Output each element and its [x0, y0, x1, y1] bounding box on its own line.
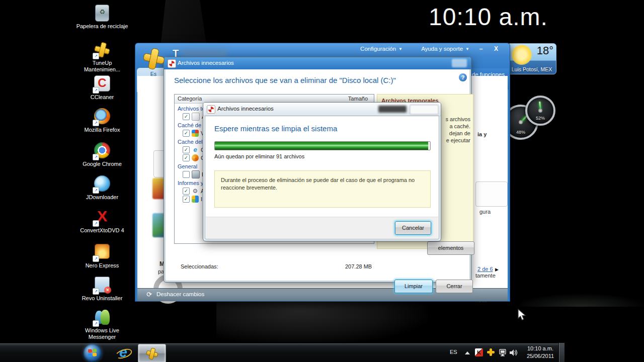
shortcut-arrow-icon: ↗ — [93, 87, 99, 94]
undo-changes-label: Deshacer cambios — [156, 291, 204, 297]
show-elements-button[interactable]: elementos — [427, 241, 474, 255]
checkbox-checked[interactable]: ✓ — [183, 130, 190, 137]
tuneup-logo-icon — [140, 45, 167, 71]
tray-time: 10:10 a.m. — [527, 345, 553, 351]
minimize-button[interactable]: – — [474, 45, 488, 53]
desktop-icon-label: ConvertXtoDVD 4 — [75, 227, 129, 234]
dialog-title: Archivos innecesarios — [178, 60, 234, 66]
tuneup-icon — [144, 346, 159, 360]
desktop-icon-messenger[interactable]: ↗ Windows Live Messenger — [75, 309, 129, 340]
report-icon — [192, 196, 199, 203]
progress-status-text: Aún quedan por eliminar 91 archivos — [214, 153, 304, 159]
menu-configuracion[interactable]: Configuración▼ — [360, 46, 403, 52]
next-page-icon[interactable]: ▶ — [495, 267, 499, 272]
desktop-icon-nero[interactable]: ↗ Nero Express — [75, 242, 129, 269]
sun-icon — [512, 45, 532, 65]
desktop-icon-jdownloader[interactable]: ↗ JDownloader — [75, 175, 129, 201]
undo-icon: ⟳ — [146, 291, 152, 298]
desktop-icon-chrome[interactable]: ↗ Google Chrome — [75, 142, 129, 167]
checkbox-checked[interactable]: ✓ — [183, 113, 190, 120]
show-hidden-icons[interactable] — [465, 351, 470, 354]
close-button[interactable]: X — [490, 45, 503, 53]
wallpaper-trees — [518, 294, 644, 307]
shortcut-arrow-icon: ↗ — [93, 154, 99, 160]
desktop: Papelera de reciclaje ↗ TuneUp Mantenimi… — [0, 0, 644, 362]
warning-box: Durante el proceso de eliminación se pue… — [214, 170, 431, 208]
tuneup-tray-icon[interactable] — [487, 348, 495, 356]
checkbox-checked[interactable]: ✓ — [183, 196, 190, 203]
desktop-icon-papelera[interactable]: Papelera de reciclaje — [75, 4, 129, 30]
windows-icon — [192, 130, 199, 137]
ram-gauge: 52% — [525, 96, 555, 126]
desktop-icon-tuneup[interactable]: ↗ TuneUp Mantenimien... — [75, 41, 129, 73]
right-panel-fragment — [475, 182, 508, 207]
column-categoria[interactable]: Categoría — [178, 96, 202, 102]
taskbar-internet-explorer[interactable]: e — [115, 345, 132, 361]
network-tray-icon[interactable] — [498, 349, 507, 357]
checkbox-checked[interactable]: ✓ — [183, 188, 190, 195]
recycle-bin-icon — [95, 5, 109, 22]
censored-label — [378, 106, 407, 113]
desktop-icon-convertxtodvd[interactable]: X ↗ ConvertXtoDVD 4 — [75, 208, 129, 234]
weather-temp: 18° — [537, 44, 553, 57]
panel-text-fragment: s archivos — [445, 116, 470, 123]
desktop-icon-revo[interactable]: ↗ Revo Uninstaller — [75, 276, 129, 302]
checkbox-checked[interactable]: ✓ — [183, 146, 190, 153]
pagination-link[interactable]: 2 de 6 ▶ — [477, 264, 499, 273]
tray-date: 25/06/2011 — [527, 353, 554, 359]
tuneup-dialog-icon — [207, 105, 215, 114]
weather-location: Luis Potosí, MEX — [508, 66, 556, 72]
progress-bar-fill — [215, 142, 428, 150]
desktop-icon-label: Revo Uninstaller — [75, 295, 129, 302]
kaspersky-tray-icon[interactable]: K — [475, 348, 483, 356]
shortcut-arrow-icon: ↗ — [93, 53, 99, 59]
progress-heading: Espere mientras se limpia el sistema — [214, 124, 337, 133]
desktop-icon-label: Papelera de reciclaje — [75, 23, 129, 30]
dialog-title-bar[interactable]: Archivos innecesarios — [164, 57, 471, 69]
dialog-title-bar[interactable]: Archivos innecesarios — [203, 103, 441, 116]
language-indicator[interactable]: ES — [450, 349, 457, 355]
shortcut-arrow-icon: ↗ — [93, 320, 99, 327]
panel-text-fragment: dejan de — [445, 130, 470, 137]
desktop-icon-firefox[interactable]: ↗ Mozilla Firefox — [75, 108, 129, 133]
desktop-icon-ccleaner[interactable]: C ↗ CCleaner — [75, 74, 129, 101]
weather-gadget[interactable]: 18° Luis Potosí, MEX — [507, 43, 556, 74]
checkbox-checked[interactable]: ✓ — [183, 154, 190, 161]
chevron-down-icon: ▼ — [465, 47, 469, 51]
firefox-icon — [192, 154, 199, 161]
censored-buttons — [452, 59, 467, 67]
limpiar-button[interactable]: Limpiar — [394, 280, 433, 293]
start-button[interactable] — [84, 344, 102, 362]
help-icon[interactable]: ? — [459, 73, 467, 81]
panel-text-fragment: e ejecutar — [445, 137, 470, 144]
taskbar-clock[interactable]: 10:10 a.m. 25/06/2011 — [520, 345, 560, 360]
cancelar-button[interactable]: Cancelar — [395, 221, 431, 235]
desktop-icon-label: Google Chrome — [75, 161, 129, 167]
shortcut-arrow-icon: ↗ — [93, 120, 99, 126]
taskbar-tuneup-active[interactable] — [138, 344, 166, 362]
censored-title — [182, 48, 227, 57]
checkbox-unchecked[interactable] — [183, 171, 190, 178]
taskbar: e ES K 10:10 a.m. 25/06/2011 — [0, 343, 565, 362]
desktop-icon-label: CCleaner — [75, 94, 129, 101]
ram-usage-value: 52% — [527, 116, 553, 121]
dialog-title: Archivos innecesarios — [217, 106, 274, 112]
dialog-heading: Seleccione los archivos que se van a eli… — [174, 76, 396, 84]
show-desktop-button[interactable] — [558, 343, 565, 362]
shortcut-arrow-icon: ↗ — [93, 255, 99, 262]
menu-ayuda-soporte[interactable]: Ayuda y soporte▼ — [421, 46, 469, 52]
clock-overlay: 10:10 a.m. — [429, 3, 580, 31]
panel-text-fragment: a caché. — [445, 123, 470, 130]
dialog-footer: Cancelar — [206, 217, 438, 238]
cerrar-button[interactable]: Cerrar — [436, 280, 473, 293]
shortcut-arrow-icon: ↗ — [93, 220, 99, 227]
volume-tray-icon[interactable] — [509, 348, 518, 357]
gear-icon: ⚙ — [192, 188, 199, 195]
column-tamano[interactable]: Tamaño — [348, 96, 368, 102]
censored-button — [410, 105, 439, 115]
dialog-body: Espere mientras se limpia el sistema Aún… — [205, 116, 439, 239]
mouse-cursor — [517, 309, 528, 322]
text-fragment: gura — [479, 209, 491, 215]
desktop-icon-label: Nero Express — [75, 262, 129, 269]
progress-bar — [214, 141, 431, 150]
